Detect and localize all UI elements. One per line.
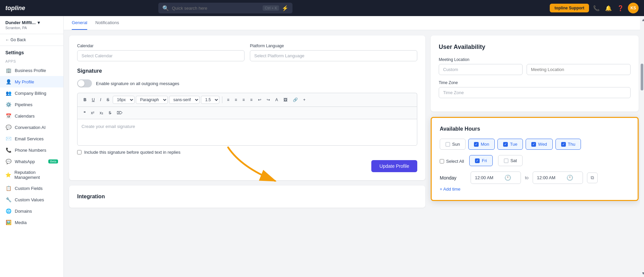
tue-label: Tue [510,142,517,147]
scroll-thumb[interactable] [641,64,643,90]
strikethrough2-button[interactable]: S̶ [107,110,113,116]
sidebar-item-domains[interactable]: 🌐 Domains [0,205,63,217]
rte-toolbar: B U I S 16px Paragraph sans-serif [77,93,417,107]
font-family-select[interactable]: sans-serif [169,96,200,104]
add-time-link[interactable]: + Add time [440,187,461,192]
avatar[interactable]: KS [628,3,639,13]
timezone-select[interactable]: Time Zone [439,87,631,98]
bold-button[interactable]: B [82,96,89,103]
sun-check [445,142,450,147]
time-from-field[interactable] [475,175,502,180]
meeting-location-select[interactable]: Custom [439,64,523,75]
timezone-group: Time Zone Time Zone [439,80,631,98]
phone-icon[interactable]: 📞 [592,4,601,13]
line-height-select[interactable]: 1.5 [201,96,219,104]
sidebar-item-pipelines[interactable]: ⚙️ Pipelines [0,99,63,110]
sidebar-item-company-billing[interactable]: 👥 Company Billing [0,87,63,99]
clear-format-button[interactable]: ⌦ [115,110,124,116]
day-tue[interactable]: ✓ Tue [497,139,523,150]
calendar-group: Calendar Select Calendar [77,44,245,61]
go-back-button[interactable]: ← Go Back [0,34,63,46]
help-icon[interactable]: ❓ [616,4,625,13]
org-name[interactable]: Dunder Miffli... ▾ [5,20,58,25]
day-sun[interactable]: Sun [440,139,466,150]
meeting-location-label: Meeting Location [439,57,631,62]
sidebar-item-whatsapp[interactable]: 💬 WhatsApp Beta [0,156,63,167]
more-button[interactable]: + [301,96,308,103]
link-button[interactable]: 🔗 [291,96,300,103]
search-shortcut: Ctrl + K [263,5,279,11]
tab-notifications[interactable]: Notifications [95,16,119,30]
integration-card: Integration [69,186,425,208]
sidebar-item-email-services[interactable]: ✉️ Email Services [0,133,63,144]
day-sat[interactable]: Sat [498,155,523,166]
sidebar-item-custom-values[interactable]: 🔧 Custom Values [0,194,63,205]
right-panel: User Availability Meeting Location Custo… [431,36,639,208]
sidebar-item-custom-fields[interactable]: 📋 Custom Fields [0,183,63,194]
language-select[interactable]: Select Platform Language [250,50,417,61]
undo-button[interactable]: ↩ [256,96,263,103]
time-to-field[interactable] [537,175,564,180]
italic-button[interactable]: I [98,96,103,103]
custom-fields-icon: 📋 [5,185,11,191]
org-location: Scranton, PA [5,26,58,30]
superscript-button[interactable]: x² [89,110,96,116]
copy-time-button[interactable]: ⧉ [587,172,598,183]
day-fri[interactable]: ✓ Fri [469,155,492,166]
sidebar-item-business-profile[interactable]: 🏢 Business Profile [0,65,63,76]
signature-toggle[interactable] [77,79,92,87]
align-left-button[interactable]: ≡ [225,96,231,103]
user-availability-card: User Availability Meeting Location Custo… [431,36,639,112]
tab-general[interactable]: General [72,16,87,30]
main-layout: Dunder Miffli... ▾ Scranton, PA ← Go Bac… [0,16,644,277]
calendar-select[interactable]: Select Calendar [77,50,245,61]
select-all-label: Select All [446,159,464,164]
top-nav: topline 🔍 Ctrl + K ⚡ topline Support 📞 🔔… [0,0,644,16]
support-button[interactable]: topline Support [550,4,589,12]
toggle-knob [78,80,85,87]
time-from-input[interactable]: 🕛 [471,171,521,184]
sidebar-label: Reputation Management [14,170,58,180]
company-billing-icon: 👥 [5,90,11,96]
quote-button[interactable]: ❝ [82,110,88,116]
align-center-button[interactable]: ≡ [233,96,239,103]
sidebar-item-my-profile[interactable]: 👤 My Profile [0,76,63,87]
search-input[interactable] [172,6,260,11]
calendars-icon: 📅 [5,113,11,119]
mon-label: Mon [481,142,489,147]
bell-icon[interactable]: 🔔 [604,4,613,13]
font-color-button[interactable]: A [273,96,280,103]
meeting-location-input[interactable] [527,64,631,75]
align-justify-button[interactable]: ≡ [248,96,255,103]
sidebar-label: WhatsApp [15,159,35,164]
scroll-up-arrow[interactable]: ▲ [640,16,644,23]
align-right-button[interactable]: ≡ [240,96,247,103]
calendar-language-row: Calendar Select Calendar Platform Langua… [77,44,417,61]
day-mon[interactable]: ✓ Mon [468,139,495,150]
subscript-button[interactable]: x₂ [98,110,105,116]
day-thu[interactable]: ✓ Thu [555,139,581,150]
image-button[interactable]: 🖼 [281,96,289,103]
font-size-select[interactable]: 16px [113,96,135,104]
sidebar-item-reputation-management[interactable]: ⭐ Reputation Management [0,167,63,183]
paragraph-select[interactable]: Paragraph [136,96,168,104]
strikethrough-button[interactable]: S [105,96,111,103]
sidebar-item-calendars[interactable]: 📅 Calendars [0,110,63,122]
select-all-checkbox[interactable] [440,159,444,163]
redo-button[interactable]: ↪ [265,96,272,103]
search-bar[interactable]: 🔍 Ctrl + K ⚡ [158,3,292,13]
sidebar-label: Business Profile [15,68,46,73]
sidebar-item-media[interactable]: 🖼️ Media [0,217,63,228]
whatsapp-icon: 💬 [5,158,11,164]
time-to-input[interactable]: 🕛 [533,171,583,184]
quote-checkbox[interactable] [77,150,82,154]
sidebar-item-conversation-ai[interactable]: 💬 Conversation AI [0,122,63,133]
sidebar-item-phone-numbers[interactable]: 📞 Phone Numbers [0,144,63,156]
rte-body[interactable]: Create your email signature [77,119,417,146]
underline-button[interactable]: U [90,96,97,103]
sidebar-label: Company Billing [15,91,46,96]
day-wed[interactable]: ✓ Wed [526,139,553,150]
toolbar-divider [222,96,222,103]
update-profile-button[interactable]: Update Profile [371,160,417,172]
scroll-down-arrow[interactable]: ▼ [640,270,644,277]
